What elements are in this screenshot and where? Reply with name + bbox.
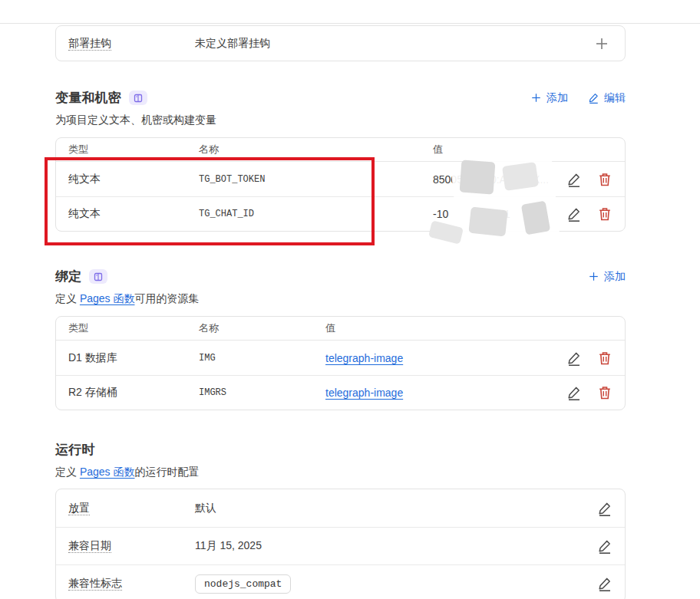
subtitle-text: 可用的资源集 [134, 292, 199, 304]
bindings-table: 类型 名称 值 D1 数据库 IMG telegraph-image [55, 316, 626, 410]
table-row-r2: R2 存储桶 IMGRS telegraph-image [56, 375, 625, 410]
subtitle-text: 定义 [55, 292, 80, 304]
table-row-d1: D1 数据库 IMG telegraph-image [56, 341, 625, 375]
trash-icon [597, 351, 612, 366]
col-value: 值 [325, 321, 548, 335]
variables-subtitle: 为项目定义文本、机密或构建变量 [55, 114, 626, 127]
pencil-icon [597, 576, 612, 591]
settings-content: 部署挂钩 未定义部署挂钩 变量和机密 添加 编辑 [55, 25, 626, 599]
trash-icon [597, 172, 612, 187]
var-type: 纯文本 [68, 173, 199, 186]
trash-icon [597, 385, 612, 400]
edit-compat-date-button[interactable] [597, 538, 612, 554]
deploy-hooks-label-wrap: 部署挂钩 [68, 37, 195, 51]
placement-term[interactable]: 放置 [68, 502, 90, 515]
plus-icon [588, 271, 599, 282]
variables-actions: 添加 编辑 [530, 91, 626, 105]
pages-settings-page: 部署挂钩 未定义部署挂钩 变量和机密 添加 编辑 [0, 0, 700, 599]
pencil-icon [566, 385, 582, 400]
variables-edit-label: 编辑 [604, 91, 626, 105]
value-part: 85005 [433, 173, 463, 186]
subtitle-text: 的运行时配置 [134, 466, 199, 478]
variables-add-button[interactable]: 添加 [530, 91, 568, 105]
binding-type: D1 数据库 [68, 351, 199, 365]
plus-icon [530, 92, 542, 104]
value-part: -10 [433, 208, 448, 220]
binding-name: IMGRS [199, 387, 325, 398]
var-name: TG_CHAT_ID [199, 209, 433, 219]
runtime-row-compat-flags: 兼容性标志 nodejs_compat [56, 564, 625, 599]
bindings-add-button[interactable]: 添加 [588, 270, 626, 284]
bindings-section-header: 绑定 添加 [55, 268, 626, 285]
col-type: 类型 [68, 321, 199, 335]
row-actions [548, 385, 612, 400]
deploy-hooks-value: 未定义部署挂钩 [195, 37, 270, 51]
redacted-gap [448, 210, 471, 218]
bindings-subtitle: 定义 Pages 函数可用的资源集 [55, 292, 626, 306]
variables-docs-badge[interactable] [129, 91, 147, 105]
bindings-table-header: 类型 名称 值 [56, 317, 625, 341]
delete-binding-button[interactable] [597, 351, 612, 366]
plus-icon [594, 36, 609, 51]
row-actions [548, 351, 612, 366]
pencil-icon [566, 351, 582, 366]
var-value: 850050:AA_sX... [433, 173, 548, 186]
value-part: _sX... [521, 173, 548, 186]
variables-edit-button[interactable]: 编辑 [588, 91, 626, 105]
compat-flag-tag: nodejs_compat [195, 574, 291, 594]
edit-variable-button[interactable] [566, 206, 582, 222]
variables-section-header: 变量和机密 添加 编辑 [55, 89, 626, 107]
runtime-subtitle: 定义 Pages 函数的运行时配置 [55, 466, 626, 479]
bindings-add-label: 添加 [604, 270, 626, 284]
compat-flags-term[interactable]: 兼容性标志 [68, 577, 122, 591]
pencil-icon [597, 501, 612, 516]
subtitle-text: 定义 [55, 466, 80, 478]
compat-date-term[interactable]: 兼容日期 [68, 539, 111, 553]
variables-table-header: 类型 名称 值 [56, 138, 625, 162]
pencil-icon [588, 92, 599, 104]
delete-variable-button[interactable] [597, 206, 612, 222]
runtime-card: 放置 默认 兼容日期 11月 15, 2025 兼容性标志 [55, 489, 626, 599]
book-icon [94, 272, 103, 281]
add-deploy-hook-button[interactable] [591, 33, 612, 54]
pages-functions-link[interactable]: Pages 函数 [80, 292, 135, 304]
placement-value: 默认 [195, 502, 582, 515]
var-type: 纯文本 [68, 207, 199, 221]
trash-icon [597, 206, 612, 222]
value-part: 0:AA [490, 173, 513, 186]
col-value: 值 [433, 143, 548, 156]
deploy-hooks-card: 部署挂钩 未定义部署挂钩 [55, 25, 626, 61]
pencil-icon [566, 172, 582, 187]
runtime-section-header: 运行时 [55, 441, 626, 459]
delete-binding-button[interactable] [597, 385, 612, 400]
col-type: 类型 [68, 143, 199, 156]
runtime-title: 运行时 [55, 441, 95, 459]
bindings-title: 绑定 [55, 268, 81, 285]
table-row-tg-bot-token: 纯文本 TG_BOT_TOKEN 850050:AA_sX... [56, 162, 625, 196]
variables-table: 类型 名称 值 纯文本 TG_BOT_TOKEN 850050:AA_sX... [55, 137, 626, 232]
pencil-icon [597, 538, 612, 554]
edit-compat-flags-button[interactable] [597, 576, 612, 591]
edit-binding-button[interactable] [566, 385, 582, 400]
edit-placement-button[interactable] [597, 501, 612, 516]
binding-value-link[interactable]: telegraph-image [325, 352, 403, 364]
col-name: 名称 [199, 321, 325, 335]
compat-date-value: 11月 15, 2025 [195, 539, 582, 553]
var-value: -10,165501 [433, 208, 548, 220]
pages-functions-link[interactable]: Pages 函数 [80, 466, 135, 478]
bindings-docs-badge[interactable] [89, 269, 107, 284]
table-row-tg-chat-id: 纯文本 TG_CHAT_ID -10,165501 [56, 196, 625, 231]
col-name: 名称 [199, 143, 433, 156]
edit-variable-button[interactable] [566, 172, 582, 187]
runtime-row-placement: 放置 默认 [56, 489, 625, 527]
redacted-gap [463, 176, 490, 183]
pencil-icon [566, 206, 582, 222]
delete-variable-button[interactable] [597, 172, 612, 187]
redacted-gap [513, 176, 521, 183]
row-actions [548, 206, 612, 222]
deploy-hooks-term[interactable]: 部署挂钩 [68, 37, 111, 51]
binding-value-link[interactable]: telegraph-image [325, 387, 403, 399]
variables-title: 变量和机密 [55, 89, 121, 107]
edit-binding-button[interactable] [566, 351, 582, 366]
bindings-actions: 添加 [588, 270, 626, 284]
